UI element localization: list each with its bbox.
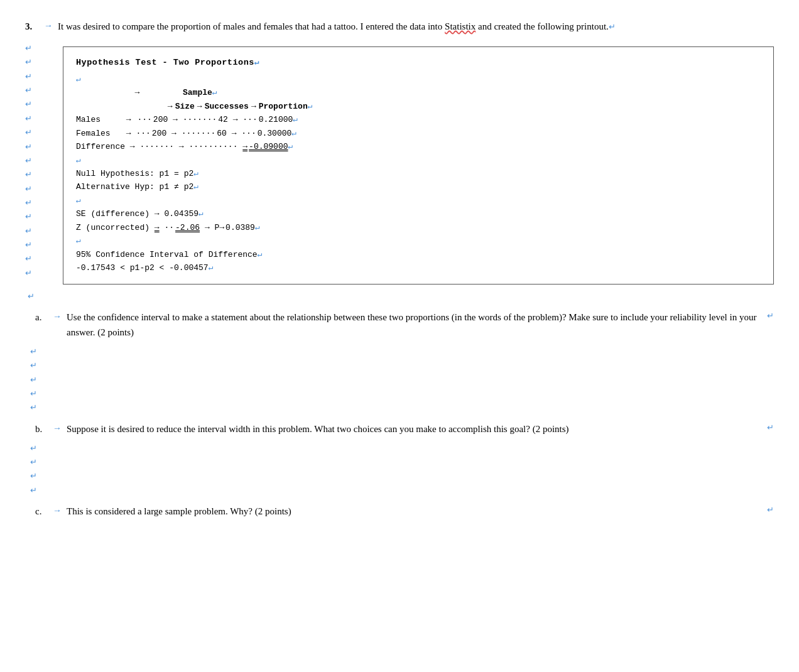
ret-1: ↵	[25, 41, 39, 55]
ret-10: ↵	[25, 168, 39, 182]
males-arrow2: →	[168, 113, 178, 126]
females-proportion: 0.30000	[258, 127, 292, 140]
alt-hyp-line: Alternative Hyp: p1 ≠ p2↵	[76, 180, 761, 193]
ci-values-text: -0.17543 < p1-p2 < -0.00457	[76, 263, 209, 273]
diff-proportion: -0.09000	[249, 140, 288, 153]
part-b-return: ↵	[767, 421, 774, 435]
part-c-arrow: →	[53, 504, 62, 518]
diff-dots2: ··········	[184, 140, 238, 153]
blank-line-2: ↵	[76, 154, 761, 167]
printout-box-wrapper: Hypothesis Test - Two Proportions↵ ↵ → S…	[40, 41, 774, 290]
males-dots1: ···	[133, 113, 152, 126]
question-3-header: 3. → It was desired to compare the propo…	[25, 19, 774, 34]
ret-11: ↵	[25, 182, 39, 196]
blank-line-1: ↵	[76, 73, 761, 86]
blank-a-5: ↵	[30, 401, 774, 415]
p-value: 0.0389	[226, 221, 255, 234]
proportion-header: Proportion	[259, 100, 308, 113]
ret-6: ↵	[25, 112, 39, 126]
question-arrow: →	[44, 19, 53, 33]
ret-13: ↵	[25, 210, 39, 224]
size-header: Size	[175, 100, 195, 113]
z-arrow2: →	[200, 221, 210, 234]
blank-b-2: ↵	[30, 455, 774, 469]
males-dots2: ·······	[178, 113, 217, 126]
blank-b-3: ↵	[30, 469, 774, 483]
answer-a-lines: ↵ ↵ ↵ ↵ ↵	[30, 345, 774, 415]
males-dots3: ···	[237, 113, 257, 126]
part-a: a. → Use the confidence interval to make…	[35, 310, 774, 340]
return-symbol: ↵	[609, 22, 616, 31]
part-b-label: b.	[35, 421, 53, 436]
blank-a-3: ↵	[30, 373, 774, 387]
part-c-return: ↵	[767, 504, 774, 517]
diff-dots1: ·······	[135, 140, 174, 153]
header-indent: →	[76, 86, 151, 99]
box-content: ↵ → Sample↵ → Size → Successes → Proport…	[76, 73, 761, 275]
part-a-label: a.	[35, 310, 53, 325]
part-a-return: ↵	[767, 310, 774, 323]
females-dots1: ···	[131, 127, 151, 140]
diff-arrow3: →	[237, 140, 247, 153]
se-line: SE (difference) → 0.04359↵	[76, 207, 761, 220]
se-text: SE (difference) → 0.04359	[76, 209, 198, 219]
blank-after-printout: ↵	[28, 290, 774, 303]
blank-a-4: ↵	[30, 387, 774, 401]
p-label: P	[210, 221, 220, 234]
part-b: b. → Suppose it is desired to reduce the…	[35, 421, 774, 436]
females-arrow2: →	[166, 127, 177, 140]
ret-17: ↵	[25, 266, 39, 280]
ret-2: ↵	[25, 55, 39, 69]
blank-a-2: ↵	[30, 359, 774, 372]
title-return: ↵	[254, 58, 259, 67]
z-arrow-underline: →	[149, 221, 160, 234]
box-title-text: Hypothesis Test - Two Proportions	[76, 58, 254, 67]
females-dots2: ·······	[177, 127, 215, 140]
females-arrow: →	[121, 127, 131, 140]
difference-row: Difference → ······· → ·········· → -0.0…	[76, 140, 761, 153]
null-hyp-line: Null Hypothesis: p1 = p2↵	[76, 167, 761, 180]
males-proportion: 0.21000	[259, 113, 293, 126]
part-c-label: c.	[35, 504, 53, 519]
ci-title-text: 95% Confidence Interval of Difference	[76, 250, 258, 259]
males-label: Males	[76, 113, 121, 126]
males-size: 200	[153, 113, 168, 126]
blank-b-4: ↵	[30, 484, 774, 497]
arrow-4: →	[251, 100, 256, 113]
males-arrow: →	[121, 113, 131, 126]
z-line: Z (uncorrected) → ·· -2.06 → P → 0.0389↵	[76, 221, 761, 234]
part-b-text: Suppose it is desired to reduce the inte…	[67, 421, 767, 436]
part-a-arrow: →	[53, 310, 62, 323]
ret-8: ↵	[25, 140, 39, 154]
printout-section: ↵ ↵ ↵ ↵ ↵ ↵ ↵ ↵ ↵ ↵ ↵ ↵ ↵ ↵ ↵ ↵ ↵ Hypoth…	[25, 41, 774, 290]
arrow-2: →	[114, 100, 173, 113]
females-size: 200	[152, 127, 166, 140]
box-title: Hypothesis Test - Two Proportions↵	[76, 56, 761, 70]
header-row-2: → Size → Successes → Proportion↵	[76, 100, 761, 113]
answer-b-lines: ↵ ↵ ↵ ↵	[30, 442, 774, 497]
ret-post-1: ↵	[28, 290, 774, 303]
ret-3: ↵	[25, 70, 39, 84]
ret-4: ↵	[25, 84, 39, 97]
females-dots3: ···	[236, 127, 256, 140]
part-a-text: Use the confidence interval to make a st…	[67, 310, 767, 340]
ret-15: ↵	[25, 238, 39, 252]
males-row: Males → ··· 200 → ······· 42 → ··· 0.210…	[76, 113, 761, 126]
arrow-3: →	[197, 100, 202, 113]
blank-b-1: ↵	[30, 442, 774, 455]
blank-a-1: ↵	[30, 345, 774, 359]
z-prefix: Z (uncorrected)	[76, 221, 149, 234]
alt-hyp-text: Alternative Hyp: p1 ≠ p2	[76, 182, 193, 192]
header-row-1: → Sample↵	[76, 86, 761, 99]
blank-line-4: ↵	[76, 234, 761, 247]
males-successes: 42	[218, 113, 228, 126]
females-successes: 60	[217, 127, 227, 140]
diff-arrow: →	[125, 140, 135, 153]
females-arrow3: →	[227, 127, 237, 140]
ret-9: ↵	[25, 154, 39, 168]
females-label: Females	[76, 127, 121, 140]
ci-values-line: -0.17543 < p1-p2 < -0.00457↵	[76, 261, 761, 274]
part-c: c. → This is considered a large sample p…	[35, 504, 774, 519]
question-text: It was desired to compare the proportion…	[58, 19, 774, 34]
p-arrow: →	[219, 221, 224, 234]
